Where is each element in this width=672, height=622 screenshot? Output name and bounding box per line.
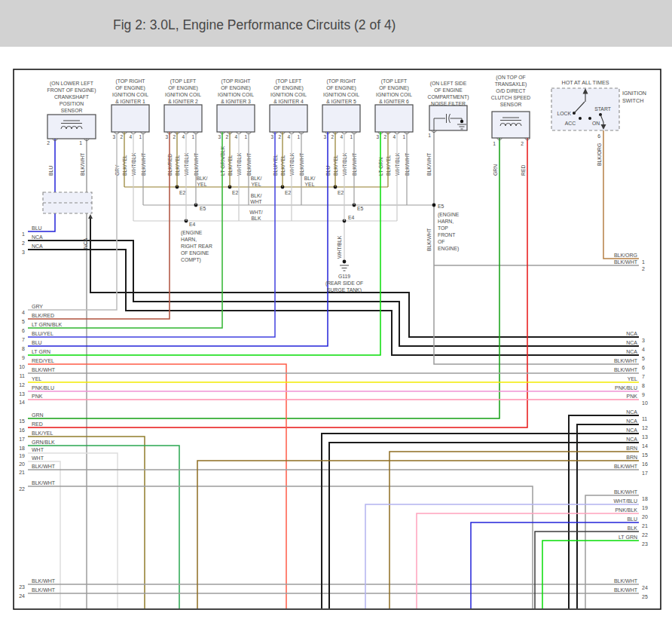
pin-number: 4 [287, 134, 290, 139]
right-row-label: NCA [626, 409, 637, 415]
left-row-label: BLK/YEL [32, 430, 53, 436]
pin-number: 2 [225, 134, 228, 139]
wire-color-label: BLK/WHT [80, 153, 85, 176]
junction-e5-dot [432, 204, 436, 207]
left-row-label: BLK/WHT [32, 367, 56, 372]
left-row-number: 4 [22, 310, 25, 315]
left-row-label: BLK/RED [32, 313, 54, 318]
left-row-number: 1 [22, 231, 25, 237]
igniter-label: & IGNITER 6 [379, 99, 409, 104]
igniter-label: & IGNITER 4 [273, 99, 304, 104]
left-row-number: 17 [19, 437, 25, 442]
right-row-label: LT GRN [619, 535, 637, 540]
left-row-label: RED [32, 421, 43, 427]
pin-number: 3 [218, 134, 221, 139]
pin-number: 1 [428, 133, 431, 138]
crankshaft-sensor-label: SENSOR [61, 108, 83, 113]
junction-e2-label: E2 [232, 190, 239, 195]
right-row-label: BLK/WHT [614, 578, 638, 584]
right-row-label: BLU [627, 516, 637, 522]
right-row-label: YEL [628, 376, 637, 381]
junction-e4-label: E4 [348, 215, 355, 220]
left-row-label: BLU/YEL [32, 331, 53, 336]
pin-number: 1 [402, 134, 405, 139]
right-row-number: 1 [642, 259, 645, 265]
left-row-number: 12 [19, 382, 25, 388]
left-row-label: LT GRN [32, 349, 50, 354]
left-row-number: 8 [22, 346, 25, 351]
right-row-number: 7 [642, 374, 645, 379]
junction-e5-label: E5 [357, 206, 364, 211]
left-row-number: 3 [22, 250, 25, 255]
wiring-diagram: Fig 2: 3.0L, Engine Performance Circuits… [0, 0, 672, 622]
right-row-number: 5 [642, 356, 645, 361]
right-row-number: 12 [642, 425, 648, 430]
left-row-number: 10 [19, 364, 25, 369]
right-row-label: PNK/BLK [615, 507, 637, 513]
igniter-label: & IGNITER 3 [221, 99, 251, 104]
left-row-label: WHT [32, 447, 44, 452]
left-row-number: 13 [19, 391, 25, 397]
right-row-label: NCA [626, 437, 637, 442]
left-row-number: 15 [19, 418, 25, 424]
junction-e2-label: E2 [338, 190, 344, 195]
junction-e5-note: HARN, [438, 219, 454, 224]
right-row-number: 19 [642, 505, 648, 510]
diagram-border [14, 69, 661, 609]
pin-number: 1 [139, 134, 142, 139]
junction-e4-note: (ENGINE [181, 230, 203, 236]
pin-number: 1 [191, 134, 194, 139]
left-row-label: BLK/WHT [32, 578, 56, 584]
noise-filter-label: (ON LEFT SIDE [430, 81, 467, 87]
left-row-label: BLK/WHT [32, 587, 56, 593]
left-row-label: PNK [32, 394, 43, 399]
junction-e5-note: ENGINE) [438, 246, 459, 252]
pin-number: 1 [297, 134, 300, 139]
left-row-label: PNK/BLU [32, 385, 54, 391]
wire-color-label: BLK/WHT [426, 228, 432, 251]
switch-position-label: START [594, 106, 611, 112]
right-row-number: 23 [642, 541, 648, 547]
left-row-label: BLK/WHT [32, 480, 56, 486]
left-row-number: 20 [19, 461, 25, 467]
right-row-label: NCA [626, 349, 637, 354]
right-row-label: NCA [626, 340, 637, 345]
right-row-label: BRN [626, 455, 637, 460]
igniter4-box [270, 105, 307, 132]
right-row-label: BLK/WHT [614, 587, 638, 593]
junction-e5-label: E5 [200, 206, 206, 211]
igniter-label: OF ENGINE) [221, 85, 251, 91]
igniter-label: (TOP LEFT [170, 78, 197, 84]
igniter-label: & IGNITER 2 [168, 99, 198, 104]
pin-number: 4 [340, 134, 343, 139]
g119-note: SURGE TANK) [327, 287, 362, 293]
left-row-number: 21 [19, 470, 25, 475]
right-row-number: 8 [642, 383, 645, 388]
clutch-sensor-label: (ON TOP OF [496, 75, 525, 81]
bus-blkyel-label: BLK/ [304, 176, 316, 181]
bus-blkyel-label: YEL [197, 182, 207, 187]
pin-number: 3 [323, 134, 326, 139]
right-row-number: 13 [642, 434, 648, 440]
left-row-number: 6 [22, 328, 25, 333]
right-row-label: PNK/BLU [615, 385, 637, 391]
page-title: Fig 2: 3.0L, Engine Performance Circuits… [113, 17, 396, 32]
pin-number: 2 [278, 134, 281, 139]
pin-number: 1 [79, 140, 82, 146]
clutch-sensor-label: CLUTCH SPEED [491, 95, 531, 100]
right-row-number: 2 [642, 266, 645, 271]
left-row-label: GRN [32, 412, 44, 418]
switch-acc-contact [579, 117, 582, 120]
bus-whtblk-label: WHT/ [249, 210, 262, 215]
right-row-number: 4 [642, 347, 645, 352]
pin-number: 3 [165, 134, 168, 139]
igniter3-box [217, 105, 255, 132]
wire-color-label: BLK/ORG [597, 143, 602, 166]
switch-position-label: ACC [565, 121, 576, 126]
pin-number: 4 [182, 134, 185, 139]
igniter-label: IGNITION COIL [165, 92, 201, 97]
igniter-label: (TOP RIGHT [115, 78, 145, 84]
right-row-number: 18 [642, 496, 648, 501]
crankshaft-sensor-label: (ON LOWER LEFT [50, 81, 93, 87]
g119-dot [343, 260, 347, 264]
